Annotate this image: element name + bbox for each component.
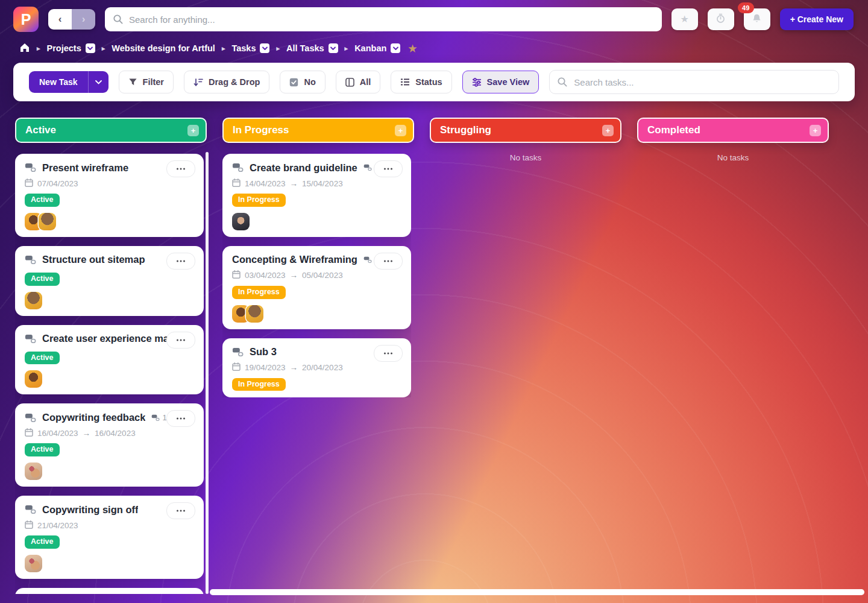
task-card[interactable]: Sub 319/04/2023→20/04/2023In Progress xyxy=(222,338,411,398)
column-header-in-progress[interactable]: In Progress+ xyxy=(222,118,414,143)
avatar[interactable] xyxy=(25,463,42,480)
breadcrumb-dropdown-button[interactable] xyxy=(260,43,269,53)
card-menu-button[interactable] xyxy=(374,345,403,362)
vertical-scrollbar[interactable] xyxy=(206,152,209,594)
avatar[interactable] xyxy=(25,292,42,309)
avatar[interactable] xyxy=(25,370,42,388)
empty-column-text: No tasks xyxy=(637,153,829,162)
date-start: 03/04/2023 xyxy=(245,271,286,280)
card-title: Create brand guidelines xyxy=(250,162,357,174)
task-card[interactable]: Create user experience mapActive xyxy=(15,325,204,395)
drag-drop-button[interactable]: Drag & Drop xyxy=(184,71,269,93)
card-date-row: 19/04/2023→20/04/2023 xyxy=(232,363,401,373)
card-menu-button[interactable] xyxy=(166,160,195,177)
top-bar: P ‹ › ★ 49 + Create New xyxy=(0,0,868,37)
breadcrumb-dropdown-button[interactable] xyxy=(86,43,95,53)
task-card[interactable]: Present wireframe07/04/2023Active xyxy=(15,154,204,237)
breadcrumb-separator-icon: ▸ xyxy=(222,45,225,52)
card-menu-button[interactable] xyxy=(166,410,195,427)
subtask-icon xyxy=(232,347,244,356)
breadcrumb-item-tasks[interactable]: Tasks xyxy=(231,43,269,53)
column-header-struggling[interactable]: Struggling+ xyxy=(430,118,621,143)
column-header-active[interactable]: Active+ xyxy=(15,118,207,143)
back-button[interactable]: ‹ xyxy=(48,9,72,30)
subtask-count: 1 xyxy=(151,413,166,422)
global-search-input[interactable] xyxy=(105,7,662,31)
subtask-icon xyxy=(25,163,36,172)
breadcrumb-dropdown-button[interactable] xyxy=(329,43,338,53)
avatar[interactable] xyxy=(246,305,263,323)
calendar-icon xyxy=(25,178,33,189)
horizontal-scrollbar[interactable] xyxy=(210,589,864,595)
card-menu-button[interactable] xyxy=(166,332,195,349)
card-badge-row: In Progress xyxy=(232,188,401,207)
card-menu-button[interactable] xyxy=(374,160,403,177)
breadcrumb-favorite-icon[interactable]: ★ xyxy=(408,43,417,54)
home-icon[interactable] xyxy=(19,42,30,54)
subtasks-filter-button[interactable]: No xyxy=(280,71,325,93)
status-badge: Active xyxy=(25,194,60,207)
column-header-completed[interactable]: Completed+ xyxy=(637,118,829,143)
card-title: Present wireframe xyxy=(42,162,128,174)
card-title: Structure out sitemap xyxy=(42,254,145,265)
avatar[interactable] xyxy=(25,555,42,572)
card-badge-row: Active xyxy=(25,188,194,207)
date-arrow-icon: → xyxy=(290,271,298,280)
card-badge-row: Active xyxy=(25,346,194,365)
new-task-button[interactable]: New Task xyxy=(29,71,88,93)
group-by-status-button[interactable]: Status xyxy=(391,71,451,93)
breadcrumb-label: Website design for Artful xyxy=(112,43,215,53)
notifications-button[interactable]: 49 xyxy=(744,8,770,30)
breadcrumb-separator-icon: ▸ xyxy=(37,45,40,52)
task-card[interactable]: Create brand guidelines114/04/2023→15/04… xyxy=(222,154,411,237)
kanban-board: Active+Present wireframe07/04/2023Active… xyxy=(15,118,829,594)
avatar[interactable] xyxy=(232,213,250,230)
breadcrumb-item-website-design-for-artful[interactable]: Website design for Artful xyxy=(112,43,215,53)
card-badge-row: In Progress xyxy=(232,280,401,299)
create-new-button[interactable]: + Create New xyxy=(780,8,854,30)
favorites-button[interactable]: ★ xyxy=(671,8,698,30)
breadcrumb-item-all-tasks[interactable]: All Tasks xyxy=(286,43,338,53)
task-search-input[interactable] xyxy=(549,70,839,94)
card-badge-row: In Progress xyxy=(232,373,401,391)
timer-button[interactable] xyxy=(708,8,734,30)
status-badge: Active xyxy=(25,273,60,286)
global-search xyxy=(105,7,662,31)
new-task-dropdown-button[interactable] xyxy=(88,71,108,93)
board-column-completed: Completed+No tasks xyxy=(637,118,829,594)
add-card-button[interactable]: + xyxy=(395,125,406,136)
breadcrumb-item-projects[interactable]: Projects xyxy=(47,43,95,53)
subtask-icon xyxy=(232,163,244,172)
task-card[interactable]: Structure out sitemapActive xyxy=(15,246,204,316)
list-icon xyxy=(400,78,410,86)
status-badge: Active xyxy=(25,352,60,365)
task-search xyxy=(549,70,839,94)
date-end: 15/04/2023 xyxy=(302,179,343,188)
chevron-down-icon xyxy=(87,46,93,51)
add-card-button[interactable]: + xyxy=(810,125,821,136)
date-start: 16/04/2023 xyxy=(37,429,78,438)
forward-button[interactable]: › xyxy=(72,9,95,30)
card-menu-button[interactable] xyxy=(166,502,195,519)
save-view-button[interactable]: Save View xyxy=(462,71,539,93)
breadcrumb-dropdown-button[interactable] xyxy=(391,43,400,53)
column-title: In Progress xyxy=(233,124,289,136)
task-card[interactable]: Concepting & Wireframing303/04/2023→05/0… xyxy=(222,246,411,329)
task-card[interactable]: Copywriting feedback116/04/2023→16/04/20… xyxy=(15,403,204,487)
card-date-row: 03/04/2023→05/04/2023 xyxy=(232,271,401,280)
status-badge: Active xyxy=(25,535,60,549)
checkbox-icon xyxy=(289,78,298,87)
card-date-row: 21/04/2023 xyxy=(25,520,194,530)
card-title: Copywriting sign off xyxy=(42,504,138,516)
add-card-button[interactable]: + xyxy=(602,125,614,136)
filter-button[interactable]: Filter xyxy=(119,71,174,93)
app-logo[interactable]: P xyxy=(13,7,39,32)
task-card[interactable]: Copywriting sign off21/04/2023Active xyxy=(15,496,204,579)
avatar[interactable] xyxy=(39,213,56,230)
breadcrumb-item-kanban[interactable]: Kanban xyxy=(354,43,400,53)
add-card-button[interactable]: + xyxy=(187,125,199,136)
card-menu-button[interactable] xyxy=(374,253,403,270)
task-card[interactable]: Initial homepage designActive xyxy=(15,588,204,594)
card-menu-button[interactable] xyxy=(166,253,195,270)
columns-filter-button[interactable]: All xyxy=(336,71,381,93)
